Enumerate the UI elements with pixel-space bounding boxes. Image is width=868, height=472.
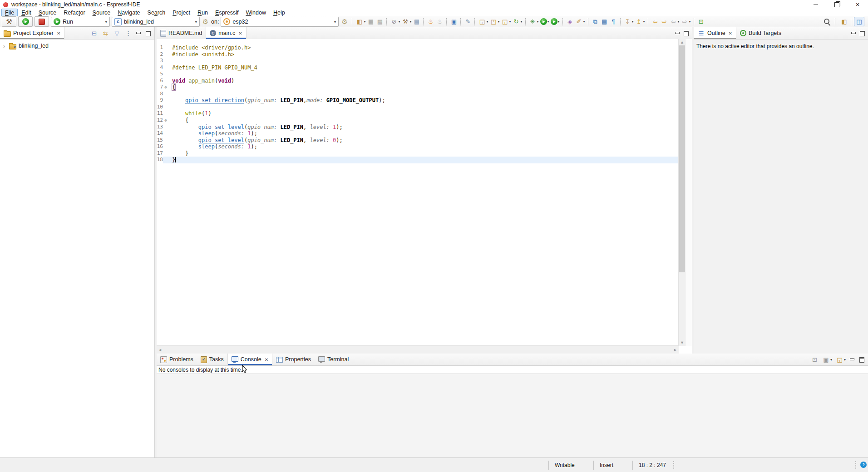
launch-mode-combo[interactable]: Run ▾ — [51, 17, 110, 27]
pin-console-button[interactable]: ⊡ — [810, 355, 819, 364]
new-project-button[interactable]: ◱▾ — [478, 17, 488, 26]
tab-properties[interactable]: Properties — [272, 354, 315, 365]
idf-flame-button[interactable]: ♨ — [426, 17, 435, 26]
fold-marker[interactable]: ⊖ — [163, 84, 168, 91]
chevron-down-icon: ▾ — [364, 20, 365, 24]
code-content[interactable]: 1#include <driver/gpio.h>2#include <unis… — [157, 39, 679, 346]
mark-occurrences-button[interactable]: ▤ — [600, 17, 609, 26]
tree-item-blinking-led[interactable]: › c blinking_led — [0, 42, 154, 50]
launch-config-combo[interactable]: c blinking_led ▾ — [112, 17, 200, 27]
tab-build-targets[interactable]: Build Targets — [736, 27, 785, 39]
save-all-button[interactable]: ▩ — [375, 17, 384, 26]
menu-edit[interactable]: Edit — [18, 9, 35, 17]
open-perspective-icon[interactable]: ◧ — [840, 18, 848, 25]
menu-window[interactable]: Window — [242, 9, 269, 17]
next-annotation-button[interactable]: ↧▾ — [623, 17, 634, 26]
minimize-button[interactable] — [849, 356, 856, 363]
chevron-right-icon[interactable]: › — [3, 43, 7, 49]
link-editor-button[interactable]: ⇆ — [101, 29, 110, 38]
scrollbar-thumb[interactable] — [679, 45, 685, 272]
open-console-button[interactable]: ◱▾ — [835, 355, 846, 364]
menu-run[interactable]: Run — [194, 9, 212, 17]
tab-tasks[interactable]: ✓ Tasks — [197, 354, 227, 365]
edit-target-gear-icon[interactable]: ⚙ — [340, 18, 348, 25]
console-view-button[interactable]: ▣ — [449, 17, 458, 26]
run-toolbar-button[interactable]: ▾ — [540, 18, 550, 25]
debug-button[interactable]: ✳▾ — [528, 17, 539, 26]
stop-button[interactable] — [35, 16, 49, 27]
tab-outline[interactable]: ☰ Outline ✕ — [694, 27, 736, 39]
build-button[interactable]: ⚒ — [2, 16, 16, 27]
edit-config-gear-icon[interactable]: ⚙ — [202, 18, 209, 25]
build-file-icon: ▤ — [413, 18, 420, 25]
menu-file[interactable]: File — [1, 9, 18, 17]
minimize-icon[interactable] — [851, 30, 857, 36]
scroll-right-icon[interactable]: ► — [673, 348, 677, 352]
close-icon[interactable]: ✕ — [57, 31, 60, 36]
show-whitespace-button[interactable]: ¶ — [609, 17, 618, 26]
open-element-button[interactable]: ✎ — [464, 17, 472, 26]
menu-search[interactable]: Search — [144, 9, 169, 17]
minimize-icon[interactable] — [675, 30, 681, 36]
horizontal-scrollbar[interactable]: ◄ ► — [157, 345, 679, 354]
collapse-all-button[interactable]: ⊟ — [90, 29, 99, 38]
new-file-button[interactable]: ◲▾ — [500, 17, 511, 26]
prev-annotation-button[interactable]: ↥▾ — [635, 17, 646, 26]
flame-gray-button[interactable]: ♨ — [435, 17, 444, 26]
new-wizard-button[interactable]: ◧▾ — [355, 17, 366, 26]
forward-button[interactable]: ⇨▾ — [681, 17, 691, 26]
menu-navigate[interactable]: Navigate — [114, 9, 143, 17]
search-icon[interactable] — [824, 18, 830, 25]
tab-readme[interactable]: README.md — [157, 27, 206, 39]
run-button[interactable] — [18, 16, 33, 27]
coverage-button[interactable]: ◈ — [566, 17, 574, 26]
tab-problems[interactable]: Problems — [157, 354, 197, 365]
menu-refactor[interactable]: Refactor — [60, 9, 89, 17]
back-edit-button[interactable]: ⇦ — [651, 17, 660, 26]
close-icon[interactable]: ✕ — [729, 31, 732, 36]
menu-source[interactable]: Source — [89, 9, 114, 17]
menu-project[interactable]: Project — [169, 9, 194, 17]
display-console-button[interactable]: ▣▾ — [822, 355, 833, 364]
profile-button[interactable]: ▾ — [550, 18, 560, 25]
close-window-button[interactable]: ✕ — [847, 0, 868, 9]
filter-button[interactable]: ▽ — [113, 29, 121, 38]
fold-marker[interactable]: ⊖ — [163, 117, 168, 124]
minimize-button[interactable] — [135, 30, 142, 37]
build-button[interactable]: ⚒▾ — [401, 17, 412, 26]
help-icon[interactable]: ? — [860, 462, 867, 468]
maximize-icon[interactable] — [683, 30, 689, 36]
tab-project-explorer[interactable]: Project Explorer ✕ — [0, 27, 64, 39]
vertical-scrollbar[interactable]: ▲ ▼ — [678, 39, 686, 346]
new-folder-button[interactable]: ◰▾ — [489, 17, 500, 26]
code-editor[interactable]: 1#include <driver/gpio.h>2#include <unis… — [157, 39, 692, 354]
scroll-down-icon[interactable]: ▼ — [680, 340, 684, 345]
tab-terminal[interactable]: Terminal — [315, 354, 352, 365]
maximize-icon[interactable] — [859, 30, 865, 36]
close-icon[interactable]: ✕ — [265, 357, 268, 362]
skip-breakpoints-button[interactable]: ⊘▾ — [390, 17, 400, 26]
scroll-left-icon[interactable]: ◄ — [158, 348, 162, 352]
launch-target-combo[interactable]: esp32 ▾ — [221, 17, 339, 27]
doc-link-button[interactable]: ⧉ — [591, 17, 600, 26]
cpp-perspective-button[interactable]: ◫ — [854, 17, 864, 26]
maximize-window-button[interactable] — [826, 0, 847, 9]
pin-editor-button[interactable]: ⊡ — [697, 17, 705, 26]
minimize-window-button[interactable] — [805, 0, 826, 9]
update-index-button[interactable]: ↻▾ — [512, 17, 523, 26]
maximize-button[interactable] — [858, 356, 865, 363]
save-button[interactable]: ▦ — [366, 17, 375, 26]
tab-console[interactable]: Console ✕ — [227, 354, 272, 365]
maximize-button[interactable] — [145, 30, 152, 37]
close-icon[interactable]: ✕ — [238, 31, 242, 36]
scroll-up-icon[interactable]: ▲ — [680, 40, 684, 44]
menu-help[interactable]: Help — [270, 9, 289, 17]
menu-source[interactable]: Source — [35, 9, 60, 17]
forward-edit-button[interactable]: ⇨ — [660, 17, 669, 26]
annotate-button[interactable]: ✐▾ — [575, 17, 586, 26]
back-button[interactable]: ⇦▾ — [669, 17, 680, 26]
menu-espressif[interactable]: Espressif — [212, 9, 242, 17]
tab-main-c[interactable]: C main.c ✕ — [206, 27, 246, 39]
view-menu-button[interactable]: ⋮ — [124, 29, 133, 38]
build-file-button[interactable]: ▤ — [412, 17, 421, 26]
